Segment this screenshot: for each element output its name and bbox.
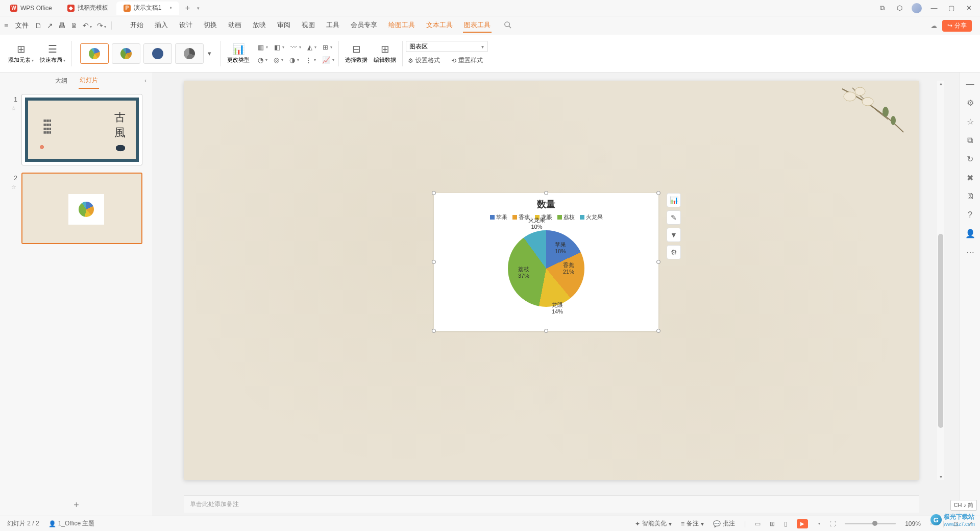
ring-dropdown[interactable]: ◎▾ xyxy=(273,55,284,65)
set-format-button[interactable]: ⚙ 设置格式 xyxy=(406,55,442,66)
notes-toggle[interactable]: ≡ 备注 ▾ xyxy=(681,519,704,528)
export-icon[interactable]: ↗ xyxy=(47,21,53,30)
tab-close-icon[interactable]: • xyxy=(169,5,172,12)
quick-layout-button[interactable]: ☰ 快速布局▾ xyxy=(37,42,68,65)
undo-icon[interactable]: ↶▾ xyxy=(83,21,92,30)
add-slide-button[interactable]: + xyxy=(0,495,153,516)
theme-indicator[interactable]: 👤 1_Office 主题 xyxy=(48,519,95,528)
print-icon[interactable]: 🖶 xyxy=(58,21,65,30)
line-style-dropdown[interactable]: 〰▾ xyxy=(289,42,302,52)
chart-style-4[interactable] xyxy=(175,43,204,64)
reset-style-button[interactable]: ⟲ 重置样式 xyxy=(449,55,485,66)
slide-thumbnail-1[interactable]: 古風 ▮▮▮▮▮▮▮▮▮▮▮▮▮▮▮▮▮▮▮▮ xyxy=(21,94,142,165)
selection-handle[interactable] xyxy=(544,191,548,195)
slide-thumbnail-2[interactable] xyxy=(21,173,142,244)
save-icon[interactable]: 🗋 xyxy=(35,21,42,30)
menu-tab-text-tools[interactable]: 文本工具 xyxy=(425,18,454,33)
menu-tab-insert[interactable]: 插入 xyxy=(154,18,169,33)
sorter-view-icon[interactable]: ⊞ xyxy=(770,520,775,527)
smart-beautify-button[interactable]: ✦ 智能美化 ▾ xyxy=(635,519,672,528)
bar-style-dropdown[interactable]: ▥▾ xyxy=(257,42,269,52)
chart-style-2[interactable] xyxy=(112,43,140,64)
area-style-dropdown[interactable]: ◭▾ xyxy=(306,42,317,52)
chart-filter-icon[interactable]: ▼ xyxy=(667,228,681,242)
person-icon[interactable]: 👤 xyxy=(965,229,975,238)
file-menu[interactable]: 文件 xyxy=(12,21,32,30)
scrollbar-thumb[interactable] xyxy=(938,234,943,428)
minimize-button[interactable]: — xyxy=(929,3,939,13)
outline-tab[interactable]: 大纲 xyxy=(54,74,68,88)
cloud-icon[interactable]: ☁ xyxy=(930,22,937,30)
selection-handle[interactable] xyxy=(432,329,436,333)
search-icon[interactable] xyxy=(504,21,511,30)
pie-var-dropdown[interactable]: ◑▾ xyxy=(288,55,300,65)
fit-window-icon[interactable]: ⛶ xyxy=(829,520,836,527)
image-panel-icon[interactable]: 🖻 xyxy=(966,192,974,201)
selection-handle[interactable] xyxy=(656,260,660,264)
menu-tab-transition[interactable]: 切换 xyxy=(203,18,218,33)
zoom-slider[interactable] xyxy=(845,523,896,524)
selection-handle[interactable] xyxy=(432,260,436,264)
add-tab-dropdown[interactable]: ▾ xyxy=(195,6,202,11)
chart-settings-icon[interactable]: ⚙ xyxy=(667,245,681,259)
settings-icon[interactable]: ⚙ xyxy=(967,98,974,108)
menu-tab-review[interactable]: 审阅 xyxy=(276,18,291,33)
chart-brush-icon[interactable]: ✎ xyxy=(667,210,681,225)
grid-style-dropdown[interactable]: ⊞▾ xyxy=(322,42,333,52)
selection-handle[interactable] xyxy=(656,329,660,333)
trend-dropdown[interactable]: 📈▾ xyxy=(321,55,335,65)
menu-tab-design[interactable]: 设计 xyxy=(178,18,193,33)
tools-icon[interactable]: ✖ xyxy=(967,173,973,183)
add-element-button[interactable]: ⊞ 添加元素▾ xyxy=(5,42,37,65)
window-layout-icon[interactable]: ⧉ xyxy=(877,3,887,13)
hamburger-icon[interactable]: ≡ xyxy=(4,21,8,30)
selection-handle[interactable] xyxy=(544,329,548,333)
menu-tab-member[interactable]: 会员专享 xyxy=(350,18,378,33)
share-button[interactable]: ↪ 分享 xyxy=(942,20,972,32)
chart-style-3[interactable] xyxy=(143,43,172,64)
collapse-panel-icon[interactable]: ‹ xyxy=(144,77,146,84)
chart-area-select[interactable]: 图表区▾ xyxy=(406,41,487,52)
redo-icon[interactable]: ↷▾ xyxy=(97,21,106,30)
menu-tab-chart-tools[interactable]: 图表工具 xyxy=(463,18,492,33)
reading-view-icon[interactable]: ▯ xyxy=(784,520,788,527)
selection-handle[interactable] xyxy=(432,191,436,195)
template-panel-icon[interactable]: ⧉ xyxy=(967,136,973,145)
user-avatar[interactable] xyxy=(912,3,922,13)
menu-tab-animation[interactable]: 动画 xyxy=(227,18,242,33)
preview-icon[interactable]: 🗎 xyxy=(70,21,78,30)
scatter-dropdown[interactable]: ⋮▾ xyxy=(304,55,317,65)
tab-document[interactable]: P 演示文稿1 • xyxy=(116,2,179,15)
menu-tab-draw-tools[interactable]: 绘图工具 xyxy=(387,18,416,33)
favorite-icon[interactable]: ☆ xyxy=(967,117,974,127)
slide-canvas[interactable]: 数量 苹果 香蕉 龙眼 荔枝 火龙果 火龙果10% 苹果18% 香蕉21% 龙眼… xyxy=(184,81,919,480)
vertical-scrollbar[interactable]: ▴ ▾ xyxy=(937,81,944,480)
sync-icon[interactable]: ↻ xyxy=(967,154,973,164)
chart-elements-icon[interactable]: 📊 xyxy=(667,193,681,207)
comments-toggle[interactable]: 💬 批注 xyxy=(713,519,735,528)
fill-dropdown[interactable]: ◔▾ xyxy=(257,55,268,65)
add-tab-button[interactable]: + xyxy=(180,4,195,13)
shape-style-dropdown[interactable]: ◧▾ xyxy=(273,42,285,52)
menu-tab-start[interactable]: 开始 xyxy=(129,18,144,33)
menu-tab-tools[interactable]: 工具 xyxy=(325,18,340,33)
chart-style-more[interactable]: ▾ xyxy=(207,49,212,58)
cube-icon[interactable]: ⬡ xyxy=(894,3,904,13)
select-data-button[interactable]: ⊟选择数据 xyxy=(342,42,371,65)
chart-object[interactable]: 数量 苹果 香蕉 龙眼 荔枝 火龙果 火龙果10% 苹果18% 香蕉21% 龙眼… xyxy=(434,193,658,331)
tab-wps-office[interactable]: W WPS Office xyxy=(3,2,59,15)
star-icon[interactable]: ☆ xyxy=(11,105,16,112)
menu-tab-view[interactable]: 视图 xyxy=(301,18,316,33)
minus-icon[interactable]: — xyxy=(966,80,974,89)
change-type-button[interactable]: 📊更改类型 xyxy=(224,42,253,65)
notes-area[interactable]: 单击此处添加备注 xyxy=(184,495,919,513)
ime-indicator[interactable]: CH ♪ 简 xyxy=(950,500,977,511)
slideshow-button[interactable]: ▶ xyxy=(797,519,808,528)
close-button[interactable]: ✕ xyxy=(964,3,974,13)
maximize-button[interactable]: ▢ xyxy=(946,3,957,13)
menu-tab-play[interactable]: 放映 xyxy=(252,18,267,33)
selection-handle[interactable] xyxy=(656,191,660,195)
star-icon[interactable]: ☆ xyxy=(11,184,16,190)
tab-templates[interactable]: ◆ 找稻壳模板 xyxy=(60,2,115,15)
more-icon[interactable]: ⋯ xyxy=(966,248,974,257)
